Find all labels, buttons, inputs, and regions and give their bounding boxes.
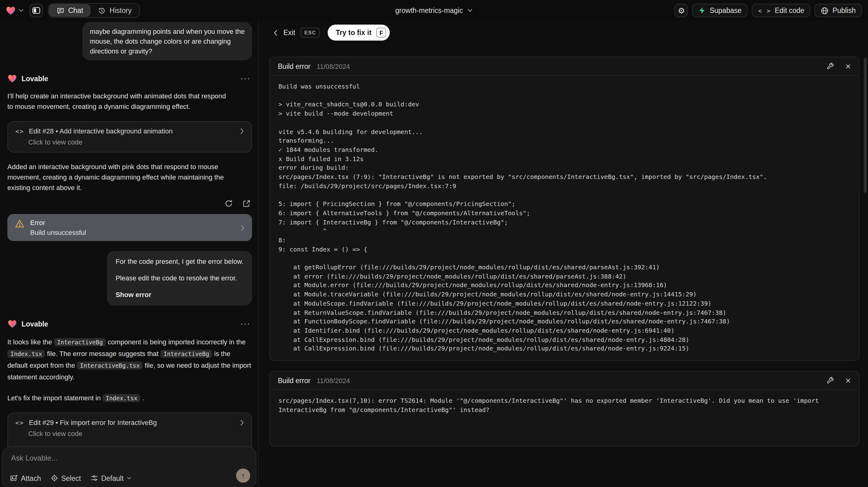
error-overlay-region: Exit ESC Try to fix it F Build error 11/… bbox=[258, 21, 868, 487]
settings-button[interactable]: ⚙ bbox=[675, 4, 688, 17]
chevron-right-icon bbox=[240, 128, 244, 134]
try-to-fix-button[interactable]: Try to fix it F bbox=[328, 25, 390, 40]
main-area: maybe diagramming points and when you mo… bbox=[0, 21, 868, 487]
lovable-heart-icon bbox=[5, 5, 16, 16]
tab-history-label: History bbox=[110, 7, 132, 14]
chevron-right-icon bbox=[240, 419, 244, 426]
code-brackets-icon: < > bbox=[758, 7, 771, 14]
close-icon[interactable]: × bbox=[845, 376, 851, 385]
inline-code-chip: InteractiveBg bbox=[54, 338, 106, 346]
build-error-log[interactable]: src/pages/Index.tsx(7,10): error TS2614:… bbox=[270, 390, 859, 446]
tab-chat-label: Chat bbox=[68, 7, 83, 14]
wrench-icon[interactable] bbox=[826, 376, 834, 384]
retry-icon[interactable] bbox=[224, 199, 233, 208]
edit-card-title: Edit #29 • Fix import error for Interact… bbox=[29, 419, 157, 426]
workspace-menu-button[interactable] bbox=[5, 5, 24, 16]
attach-label: Attach bbox=[21, 475, 41, 482]
chevron-down-icon bbox=[467, 9, 473, 12]
gear-icon: ⚙ bbox=[678, 6, 685, 14]
attach-button[interactable]: Attach bbox=[10, 474, 41, 482]
send-button[interactable]: ↑ bbox=[236, 468, 250, 483]
crosshair-icon bbox=[50, 474, 58, 482]
chevron-down-icon bbox=[127, 477, 131, 480]
publish-label: Publish bbox=[833, 7, 856, 14]
select-button[interactable]: Select bbox=[50, 474, 81, 482]
sidebar-toggle-button[interactable] bbox=[30, 4, 43, 17]
exit-label: Exit bbox=[283, 29, 295, 36]
try-to-fix-label: Try to fix it bbox=[336, 29, 371, 36]
error-card[interactable]: Error Build unsuccessful bbox=[7, 214, 252, 241]
assistant-message-header: Lovable ··· bbox=[7, 74, 252, 84]
chat-bubble-icon bbox=[57, 6, 65, 14]
tab-chat[interactable]: Chat bbox=[49, 4, 91, 17]
assistant-text: Let's fix the import statement in Index.… bbox=[7, 392, 252, 404]
project-name: growth-metrics-magic bbox=[395, 7, 463, 14]
warning-triangle-icon bbox=[15, 219, 25, 229]
lovable-heart-icon bbox=[7, 74, 17, 84]
arrow-up-icon: ↑ bbox=[241, 471, 245, 480]
inline-code-chip: Index.tsx bbox=[7, 350, 45, 358]
edit-code-label: Edit code bbox=[775, 7, 804, 14]
edit-card-28[interactable]: <> Edit #28 • Add interactive background… bbox=[7, 121, 252, 152]
edit-card-row: <> Edit #29 • Fix import error for Inter… bbox=[16, 419, 244, 426]
composer-placeholder: Ask Lovable... bbox=[11, 454, 58, 462]
attach-image-icon bbox=[10, 474, 18, 482]
inline-code-chip: Index.tsx bbox=[103, 394, 141, 402]
chat-history-tab-group: Chat History bbox=[48, 3, 140, 18]
supabase-button[interactable]: Supabase bbox=[692, 4, 748, 17]
error-card-title: Error bbox=[30, 219, 235, 226]
mode-selector[interactable]: Default bbox=[90, 474, 131, 482]
lovable-heart-icon bbox=[7, 319, 17, 329]
scrollbar-thumb[interactable] bbox=[864, 58, 867, 193]
mode-label: Default bbox=[101, 475, 124, 482]
globe-icon bbox=[821, 6, 829, 14]
topbar-actions: ⚙ Supabase < > Edit code Publish bbox=[675, 4, 862, 17]
supabase-label: Supabase bbox=[710, 7, 742, 14]
edit-card-subtitle: Click to view code bbox=[28, 430, 244, 437]
chevron-left-icon bbox=[274, 29, 278, 36]
error-card-subtitle: Build unsuccessful bbox=[30, 229, 235, 236]
tab-history[interactable]: History bbox=[91, 4, 139, 17]
close-icon[interactable]: × bbox=[845, 61, 851, 71]
chevron-down-icon bbox=[19, 9, 24, 12]
select-label: Select bbox=[61, 475, 81, 482]
build-error-title: Build error bbox=[278, 62, 310, 70]
assistant-text: I'll help create an interactive backgrou… bbox=[7, 91, 252, 112]
message-actions bbox=[7, 199, 252, 208]
show-error-link[interactable]: Show error bbox=[116, 290, 243, 300]
user-message: For the code present, I get the error be… bbox=[107, 251, 252, 306]
user-message: maybe diagramming points and when you mo… bbox=[82, 22, 252, 60]
wrench-icon[interactable] bbox=[826, 62, 834, 70]
fix-toolbar: Exit ESC Try to fix it F bbox=[274, 25, 868, 40]
edit-card-title: Edit #28 • Add interactive background an… bbox=[29, 127, 173, 135]
chat-composer[interactable]: Ask Lovable... Attach Select bbox=[2, 447, 256, 487]
build-error-panel: Build error 11/08/2024 × Build was unsuc… bbox=[269, 57, 859, 361]
user-message-line: Please edit the code to resolve the erro… bbox=[116, 274, 243, 283]
lovable-app: Chat History growth-metrics-magic ⚙ bbox=[0, 0, 868, 487]
esc-key-badge: ESC bbox=[301, 28, 320, 37]
code-brackets-icon: <> bbox=[16, 419, 24, 426]
build-error-date: 11/08/2024 bbox=[317, 62, 350, 70]
top-bar: Chat History growth-metrics-magic ⚙ bbox=[0, 0, 868, 21]
project-selector[interactable]: growth-metrics-magic bbox=[395, 7, 473, 14]
more-options-icon[interactable]: ··· bbox=[241, 74, 252, 83]
assistant-name: Lovable bbox=[22, 321, 48, 328]
edit-code-button[interactable]: < > Edit code bbox=[752, 4, 810, 17]
assistant-name: Lovable bbox=[22, 75, 48, 82]
exit-button[interactable]: Exit ESC bbox=[274, 28, 320, 37]
code-brackets-icon: <> bbox=[16, 128, 24, 134]
publish-button[interactable]: Publish bbox=[815, 4, 862, 17]
more-options-icon[interactable]: ··· bbox=[241, 320, 252, 328]
open-external-icon[interactable] bbox=[242, 199, 251, 208]
build-error-log[interactable]: Build was unsuccessful > vite_react_shad… bbox=[270, 75, 859, 360]
assistant-message-header: Lovable ··· bbox=[7, 319, 252, 329]
user-message-line: For the code present, I get the error be… bbox=[116, 257, 243, 266]
inline-code-chip: InteractiveBg.tsx bbox=[77, 362, 143, 370]
edit-card-subtitle: Click to view code bbox=[28, 139, 244, 146]
panel-toggle-icon bbox=[32, 6, 40, 15]
supabase-bolt-icon bbox=[699, 7, 706, 14]
build-error-header: Build error 11/08/2024 × bbox=[270, 57, 859, 75]
build-error-date: 11/08/2024 bbox=[317, 377, 350, 384]
f-key-badge: F bbox=[376, 28, 386, 37]
composer-controls: Attach Select Default bbox=[10, 474, 131, 482]
